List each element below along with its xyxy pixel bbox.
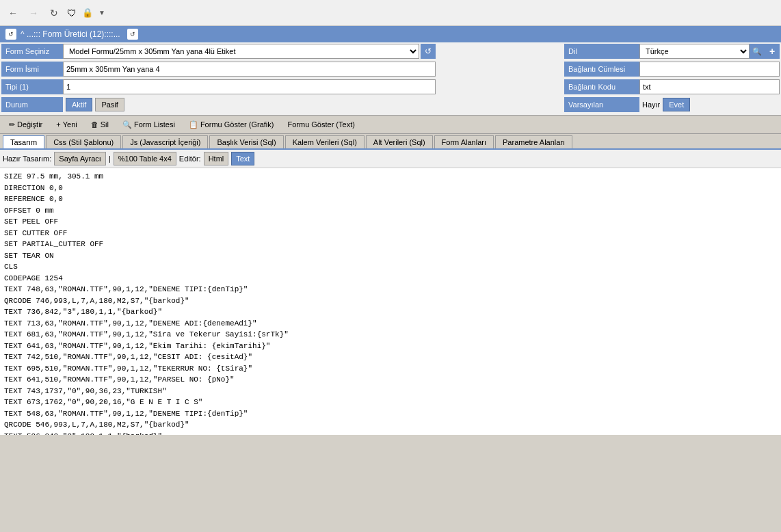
arrow-icon: ▼ [98,9,105,16]
form-listesi-label: Form Listesi [134,120,175,129]
pipe-sep: | [109,155,111,163]
form-secim-row: Form Seçiniz Model Formu/25mm x 305mm Ya… [1,44,563,59]
varsayilan-label: Varsayılan [564,97,639,112]
form-secim-select[interactable]: Model Formu/25mm x 305mm Yan yana 4lü Et… [63,44,419,59]
editor-label: Editör: [179,155,201,163]
text-button[interactable]: Text [231,152,254,165]
sil-icon: 🗑 [91,120,98,129]
hazir-label: Hazır Tasarım: [3,155,51,163]
app-container: ↺ ^ ...::: Form Üretici (12)::::... ↺ Fo… [0,26,781,435]
tipi-value: 1 [63,79,436,94]
baglanti-cumlesi-value [639,62,780,77]
dil-add-btn[interactable]: + [765,44,780,59]
form-secim-refresh-btn[interactable]: ↺ [421,44,436,59]
formu-goster-grafik-label: Formu Göster (Grafik) [200,120,274,129]
varsayilan-buttons: Hayır Evet [639,98,690,111]
table-button[interactable]: %100 Table 4x4 [114,152,176,165]
formu-goster-text-label: Formu Göster (Text) [287,120,354,129]
meta-left-col: Form Seçiniz Model Formu/25mm x 305mm Ya… [1,44,563,114]
sil-label: Sil [101,120,109,129]
yeni-label: Yeni [63,120,77,129]
yeni-icon: + [56,120,60,129]
form-secim-wrap: Model Formu/25mm x 305mm Yan yana 4lü Et… [63,44,436,59]
baglanti-kodu-value: txt [639,79,780,94]
degistir-label: Değiştir [17,120,42,129]
title-refresh-icon[interactable]: ↺ [127,29,138,40]
back-button[interactable]: ← [5,5,21,21]
tab-alt[interactable]: Alt Verileri (Sql) [366,135,433,148]
formu-goster-text-button[interactable]: Formu Göster (Text) [281,117,360,132]
tab-parametre[interactable]: Parametre Alanları [495,135,572,148]
title-bar: ↺ ^ ...::: Form Üretici (12)::::... ↺ [0,26,781,42]
tipi-row: Tipi (1) 1 [1,79,563,94]
meta-right-col: Dil Türkçe 🔍 + Bağlantı Cümlesi Bağlantı… [564,44,780,114]
evet-button[interactable]: Evet [663,98,690,111]
meta-section: Form Seçiniz Model Formu/25mm x 305mm Ya… [0,42,781,115]
baglanti-kodu-row: Bağlantı Kodu txt [564,79,780,94]
hayir-label: Hayır [642,101,660,109]
baglanti-kodu-label: Bağlantı Kodu [564,79,639,94]
tab-css[interactable]: Css (Stil Şablonu) [46,135,121,148]
varsayilan-row: Varsayılan Hayır Evet [564,97,780,112]
lock-icon: 🔒 [82,8,93,18]
title-text: ^ ...::: Form Üretici (12)::::... [21,29,120,39]
dil-search-btn[interactable]: 🔍 [750,44,765,59]
formu-goster-grafik-button[interactable]: 📋 Formu Göster (Grafik) [183,117,280,132]
degistir-button[interactable]: ✏ Değiştir [3,117,49,132]
dil-label: Dil [564,44,639,59]
degistir-icon: ✏ [9,120,15,129]
sil-button[interactable]: 🗑 Sil [85,117,115,132]
form-listesi-icon: 🔍 [122,120,132,129]
formu-goster-grafik-icon: 📋 [189,120,198,129]
form-ismi-row: Form İsmi 25mm x 305mm Yan yana 4 [1,62,563,77]
tab-baslik[interactable]: Başlık Verisi (Sql) [209,135,283,148]
sayfa-ayraci-button[interactable]: Sayfa Ayracı [54,152,106,165]
design-bar: Hazır Tasarım: Sayfa Ayracı | %100 Table… [0,150,781,168]
forward-button[interactable]: → [26,5,41,21]
form-secim-label: Form Seçiniz [1,44,63,59]
toolbar: ✏ Değiştir + Yeni 🗑 Sil 🔍 Form Listesi 📋… [0,115,781,134]
form-listesi-button[interactable]: 🔍 Form Listesi [116,117,181,132]
tab-kalem[interactable]: Kalem Verileri (Sql) [285,135,365,148]
aktif-button[interactable]: Aktif [66,98,92,111]
html-button[interactable]: Html [204,152,229,165]
pasif-button[interactable]: Pasif [95,98,124,111]
durum-buttons: Aktif Pasif [63,98,124,111]
durum-label: Durum [1,97,63,112]
dil-select[interactable]: Türkçe [639,44,750,59]
durum-row: Durum Aktif Pasif [1,97,563,112]
refresh-button[interactable]: ↻ [47,5,62,21]
tabs-bar: Tasarım Css (Stil Şablonu) Js (Javascrip… [0,134,781,150]
form-ismi-label: Form İsmi [1,62,63,77]
tab-form-alanlari[interactable]: Form Alanları [434,135,494,148]
baglanti-cumlesi-row: Bağlantı Cümlesi [564,62,780,77]
shield-icon: 🛡 [67,8,77,18]
form-ismi-value: 25mm x 305mm Yan yana 4 [63,62,436,77]
title-icon: ↺ [5,29,16,40]
tab-tasarim[interactable]: Tasarım [3,135,44,148]
tipi-label: Tipi (1) [1,79,63,94]
browser-bar: ← → ↻ 🛡 🔒 ▼ [0,0,781,26]
baglanti-cumlesi-label: Bağlantı Cümlesi [564,62,639,77]
dil-row: Dil Türkçe 🔍 + [564,44,780,59]
code-area[interactable]: SIZE 97.5 mm, 305.1 mm DIRECTION 0,0 REF… [0,168,781,435]
dil-select-wrap: Türkçe 🔍 + [639,44,780,59]
yeni-button[interactable]: + Yeni [50,117,83,132]
tab-js[interactable]: Js (Javascript İçeriği) [122,135,208,148]
